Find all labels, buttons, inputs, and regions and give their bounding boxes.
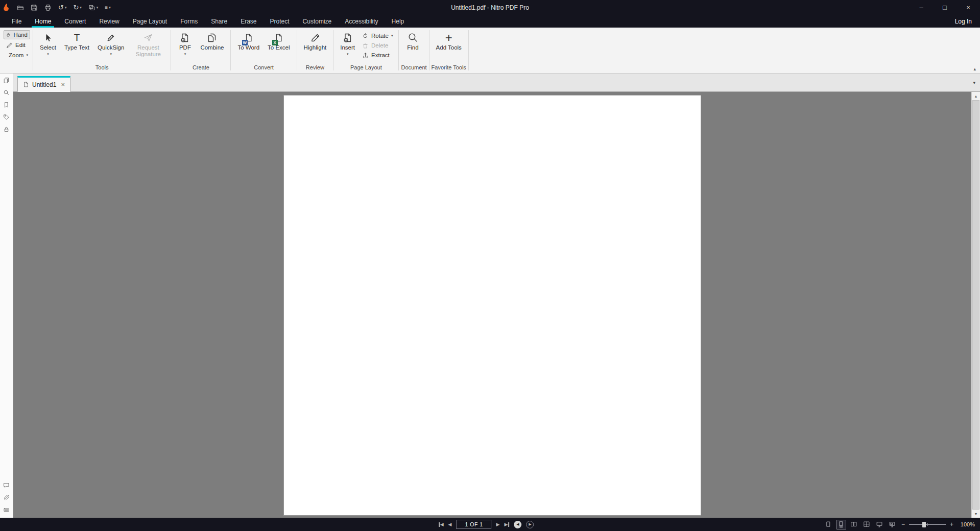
menu-home[interactable]: Home <box>28 15 58 28</box>
next-view-button[interactable]: ▶ <box>526 521 534 528</box>
hand-tool-button[interactable]: Hand <box>4 30 30 39</box>
quicksign-dropdown-icon[interactable]: ▾ <box>110 52 112 56</box>
menu-review[interactable]: Review <box>92 15 126 28</box>
cursor-icon <box>43 31 53 44</box>
zoom-slider[interactable] <box>909 521 946 528</box>
rotate-pages-button[interactable]: Rotate ▾ <box>360 31 395 40</box>
rotate-dropdown-icon[interactable]: ▾ <box>391 34 393 38</box>
pdf-dropdown-icon[interactable]: ▾ <box>184 52 186 56</box>
search-panel-button[interactable] <box>3 89 10 96</box>
pen-icon <box>106 31 115 44</box>
page-indicator[interactable]: 1 OF 1 <box>456 520 491 529</box>
last-page-icon: ▶ <box>505 522 508 527</box>
vertical-scrollbar[interactable]: ▲ ▼ <box>971 92 980 518</box>
menu-accessibility[interactable]: Accessibility <box>338 15 385 28</box>
presentation-button[interactable] <box>888 520 897 529</box>
menu-share[interactable]: Share <box>204 15 234 28</box>
zoom-tool-button[interactable]: Zoom ▾ <box>4 51 30 60</box>
open-button[interactable] <box>14 2 27 13</box>
group-label-create: Create <box>171 63 230 73</box>
undo-dropdown-icon[interactable]: ▾ <box>65 6 67 9</box>
first-page-button[interactable]: ◀ <box>439 522 444 527</box>
quicksign-button[interactable]: QuickSign ▾ <box>94 29 128 56</box>
menu-customize[interactable]: Customize <box>296 15 339 28</box>
zoom-dropdown-icon[interactable]: ▾ <box>26 53 28 57</box>
to-excel-button[interactable]: X To Excel <box>264 29 293 51</box>
split-view-button[interactable] <box>862 520 872 529</box>
to-word-button[interactable]: W To Word <box>234 29 263 51</box>
redo-button[interactable]: ↻ ▾ <box>70 2 84 13</box>
group-label-page-layout: Page Layout <box>333 63 398 73</box>
collapse-ribbon-button[interactable]: ▴ <box>973 66 976 71</box>
keyboard-panel-button[interactable] <box>3 506 10 513</box>
type-text-button[interactable]: T Type Text <box>61 29 93 51</box>
fit-screen-button[interactable] <box>875 520 885 529</box>
zoom-slider-thumb[interactable] <box>922 522 926 527</box>
comments-panel-button[interactable] <box>3 482 10 489</box>
print-button[interactable] <box>42 2 54 13</box>
presentation-icon <box>889 521 896 528</box>
facing-pages-view-button[interactable] <box>849 520 859 529</box>
titlebar: ↺ ▾ ↻ ▾ ▾ ≡ ▾ Untitled1.pdf - Nitro PDF … <box>0 0 980 15</box>
minimize-button[interactable]: – <box>910 0 933 15</box>
save-icon <box>31 4 38 11</box>
scroll-up-icon[interactable]: ▲ <box>972 92 980 100</box>
insert-pages-button[interactable]: Insert ▾ <box>337 29 358 56</box>
zoom-in-button[interactable]: + <box>949 521 954 528</box>
login-button[interactable]: Log In <box>947 15 980 28</box>
signatures-panel-button[interactable] <box>3 126 10 133</box>
next-page-icon: ▶ <box>496 522 500 527</box>
find-button[interactable]: Find <box>402 29 423 51</box>
previous-page-icon: ◀ <box>448 522 452 527</box>
bookmarks-panel-button[interactable] <box>3 102 10 108</box>
menu-erase[interactable]: Erase <box>234 15 263 28</box>
redo-dropdown-icon[interactable]: ▾ <box>80 6 82 9</box>
document-tab[interactable]: Untitled1 × <box>17 76 70 92</box>
menu-protect[interactable]: Protect <box>264 15 296 28</box>
tags-panel-button[interactable] <box>3 114 10 120</box>
highlighter-icon <box>310 31 320 44</box>
left-panel-bar <box>0 74 13 518</box>
extract-pages-button[interactable]: Extract <box>360 51 395 60</box>
attachments-panel-button[interactable] <box>3 494 10 501</box>
create-pdf-button[interactable]: PDF ▾ <box>174 29 196 56</box>
save-button[interactable] <box>28 2 40 13</box>
extract-icon <box>362 52 369 59</box>
menu-help[interactable]: Help <box>385 15 411 28</box>
undo-button[interactable]: ↺ ▾ <box>56 2 69 13</box>
menu-convert[interactable]: Convert <box>58 15 92 28</box>
quick-tools-button[interactable]: ▾ <box>86 2 101 13</box>
zoom-out-button[interactable]: − <box>900 521 906 528</box>
customize-quick-access-button[interactable]: ≡ ▾ <box>102 2 113 13</box>
last-page-button[interactable]: ▶ <box>505 522 510 527</box>
quick-tools-dropdown-icon[interactable]: ▾ <box>97 6 99 9</box>
combine-button[interactable]: Combine <box>197 29 227 51</box>
select-dropdown-icon[interactable]: ▾ <box>47 52 49 56</box>
document-canvas: ▲ ▼ <box>13 92 980 518</box>
edit-tool-button[interactable]: Edit <box>4 40 30 50</box>
maximize-button[interactable]: □ <box>933 0 957 15</box>
pages-panel-button[interactable] <box>3 77 10 84</box>
pointer-tools-column: Hand Edit Zoom ▾ <box>0 28 33 73</box>
split-view-icon <box>863 521 870 528</box>
zoom-level-label[interactable]: 100% <box>958 521 975 527</box>
ribbon: Hand Edit Zoom ▾ Select ▾ <box>0 28 980 74</box>
single-page-view-button[interactable] <box>824 520 833 529</box>
insert-dropdown-icon[interactable]: ▾ <box>347 52 349 56</box>
menu-file[interactable]: File <box>5 15 28 28</box>
menu-page-layout[interactable]: Page Layout <box>126 15 174 28</box>
close-button[interactable]: × <box>957 0 980 15</box>
previous-page-button[interactable]: ◀ <box>448 522 452 527</box>
continuous-view-button[interactable] <box>836 520 846 529</box>
menu-forms[interactable]: Forms <box>174 15 204 28</box>
pdf-page[interactable] <box>283 95 701 516</box>
tab-close-icon[interactable]: × <box>61 81 65 88</box>
next-page-button[interactable]: ▶ <box>496 522 500 527</box>
tab-overflow-button[interactable]: ▾ <box>968 80 980 85</box>
highlight-button[interactable]: Highlight <box>300 29 330 51</box>
select-button[interactable]: Select ▾ <box>36 29 60 56</box>
scroll-down-icon[interactable]: ▼ <box>972 510 980 518</box>
add-tools-button[interactable]: + Add Tools <box>433 29 465 51</box>
previous-view-button[interactable]: ◀ <box>514 521 521 528</box>
scrollbar-thumb[interactable] <box>972 100 979 510</box>
